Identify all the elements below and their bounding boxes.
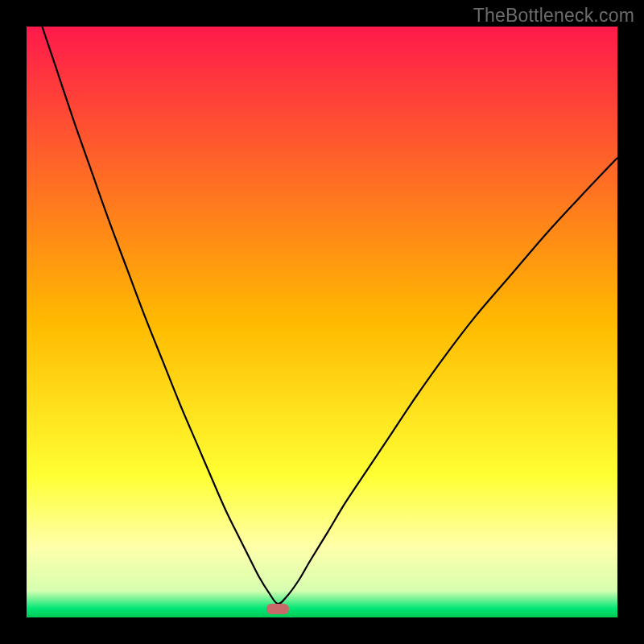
chart-svg [27, 27, 617, 617]
chart-frame: TheBottleneck.com [0, 0, 644, 644]
minimum-marker [266, 604, 289, 614]
plot-area [27, 27, 617, 617]
gradient-fill [27, 27, 617, 617]
watermark-label: TheBottleneck.com [473, 5, 634, 27]
